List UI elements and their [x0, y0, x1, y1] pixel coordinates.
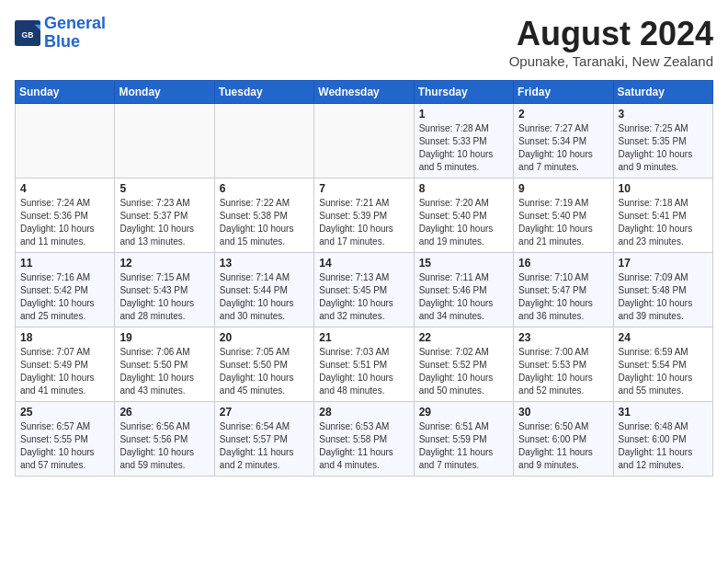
day-info: Sunrise: 7:15 AM Sunset: 5:43 PM Dayligh… — [119, 271, 209, 323]
day-info: Sunrise: 7:21 AM Sunset: 5:39 PM Dayligh… — [319, 197, 408, 248]
page-header: GB General Blue August 2024 Opunake, Tar… — [15, 15, 713, 69]
calendar-cell: 1Sunrise: 7:28 AM Sunset: 5:33 PM Daylig… — [414, 104, 513, 178]
calendar-week-row: 4Sunrise: 7:24 AM Sunset: 5:36 PM Daylig… — [16, 178, 713, 253]
day-info: Sunrise: 6:50 AM Sunset: 6:00 PM Dayligh… — [518, 420, 608, 472]
day-info: Sunrise: 7:02 AM Sunset: 5:52 PM Dayligh… — [419, 346, 508, 397]
day-info: Sunrise: 7:24 AM Sunset: 5:36 PM Dayligh… — [20, 197, 109, 248]
calendar-week-row: 11Sunrise: 7:16 AM Sunset: 5:42 PM Dayli… — [16, 253, 713, 327]
day-number: 29 — [419, 406, 508, 419]
day-number: 6 — [220, 182, 309, 195]
day-number: 3 — [619, 108, 708, 121]
calendar-cell: 31Sunrise: 6:48 AM Sunset: 6:00 PM Dayli… — [613, 402, 712, 477]
day-number: 20 — [220, 331, 309, 344]
calendar-week-row: 1Sunrise: 7:28 AM Sunset: 5:33 PM Daylig… — [16, 104, 713, 178]
day-info: Sunrise: 7:27 AM Sunset: 5:34 PM Dayligh… — [518, 122, 608, 174]
day-number: 25 — [20, 406, 109, 419]
day-info: Sunrise: 7:09 AM Sunset: 5:48 PM Dayligh… — [619, 271, 708, 323]
day-info: Sunrise: 7:14 AM Sunset: 5:44 PM Dayligh… — [220, 271, 309, 323]
day-number: 27 — [220, 406, 309, 419]
calendar-cell: 27Sunrise: 6:54 AM Sunset: 5:57 PM Dayli… — [214, 402, 313, 477]
calendar-cell: 9Sunrise: 7:19 AM Sunset: 5:40 PM Daylig… — [514, 178, 613, 253]
weekday-header-sunday: Sunday — [16, 81, 115, 104]
day-info: Sunrise: 7:28 AM Sunset: 5:33 PM Dayligh… — [419, 122, 508, 174]
day-info: Sunrise: 6:53 AM Sunset: 5:58 PM Dayligh… — [319, 420, 408, 472]
day-info: Sunrise: 6:57 AM Sunset: 5:55 PM Dayligh… — [20, 420, 109, 472]
calendar-header-row: SundayMondayTuesdayWednesdayThursdayFrid… — [16, 81, 713, 104]
day-number: 1 — [419, 108, 508, 121]
day-info: Sunrise: 7:00 AM Sunset: 5:53 PM Dayligh… — [518, 346, 608, 397]
day-info: Sunrise: 7:13 AM Sunset: 5:45 PM Dayligh… — [319, 271, 408, 323]
day-number: 9 — [518, 182, 608, 195]
day-number: 13 — [220, 257, 309, 270]
calendar-cell: 30Sunrise: 6:50 AM Sunset: 6:00 PM Dayli… — [514, 402, 613, 477]
weekday-header-monday: Monday — [115, 81, 214, 104]
calendar-cell: 21Sunrise: 7:03 AM Sunset: 5:51 PM Dayli… — [314, 327, 414, 402]
calendar-cell: 12Sunrise: 7:15 AM Sunset: 5:43 PM Dayli… — [115, 253, 214, 327]
day-info: Sunrise: 7:10 AM Sunset: 5:47 PM Dayligh… — [518, 271, 608, 323]
day-number: 7 — [319, 182, 408, 195]
calendar-cell: 13Sunrise: 7:14 AM Sunset: 5:44 PM Dayli… — [214, 253, 313, 327]
calendar-cell: 22Sunrise: 7:02 AM Sunset: 5:52 PM Dayli… — [414, 327, 513, 402]
day-info: Sunrise: 7:16 AM Sunset: 5:42 PM Dayligh… — [20, 271, 109, 323]
calendar-cell: 25Sunrise: 6:57 AM Sunset: 5:55 PM Dayli… — [16, 402, 115, 477]
day-info: Sunrise: 7:23 AM Sunset: 5:37 PM Dayligh… — [119, 197, 209, 248]
day-number: 4 — [20, 182, 109, 195]
day-number: 14 — [319, 257, 408, 270]
day-number: 12 — [119, 257, 209, 270]
day-info: Sunrise: 7:05 AM Sunset: 5:50 PM Dayligh… — [220, 346, 309, 397]
logo: GB General Blue — [15, 15, 106, 52]
day-number: 18 — [20, 331, 109, 344]
day-info: Sunrise: 7:19 AM Sunset: 5:40 PM Dayligh… — [518, 197, 608, 248]
calendar-cell: 15Sunrise: 7:11 AM Sunset: 5:46 PM Dayli… — [414, 253, 513, 327]
day-number: 17 — [619, 257, 708, 270]
calendar-cell: 16Sunrise: 7:10 AM Sunset: 5:47 PM Dayli… — [514, 253, 613, 327]
day-info: Sunrise: 6:54 AM Sunset: 5:57 PM Dayligh… — [220, 420, 309, 472]
calendar-cell: 8Sunrise: 7:20 AM Sunset: 5:40 PM Daylig… — [414, 178, 513, 253]
calendar-cell: 23Sunrise: 7:00 AM Sunset: 5:53 PM Dayli… — [514, 327, 613, 402]
day-info: Sunrise: 6:51 AM Sunset: 5:59 PM Dayligh… — [419, 420, 508, 472]
day-number: 11 — [20, 257, 109, 270]
logo-text: General Blue — [44, 15, 106, 52]
day-number: 8 — [419, 182, 508, 195]
day-number: 23 — [518, 331, 608, 344]
calendar-cell: 3Sunrise: 7:25 AM Sunset: 5:35 PM Daylig… — [613, 104, 712, 178]
calendar-cell: 5Sunrise: 7:23 AM Sunset: 5:37 PM Daylig… — [115, 178, 214, 253]
day-info: Sunrise: 6:48 AM Sunset: 6:00 PM Dayligh… — [619, 420, 708, 472]
day-info: Sunrise: 7:06 AM Sunset: 5:50 PM Dayligh… — [119, 346, 209, 397]
calendar-cell: 6Sunrise: 7:22 AM Sunset: 5:38 PM Daylig… — [214, 178, 313, 253]
calendar-cell: 24Sunrise: 6:59 AM Sunset: 5:54 PM Dayli… — [613, 327, 712, 402]
calendar-cell: 19Sunrise: 7:06 AM Sunset: 5:50 PM Dayli… — [115, 327, 214, 402]
day-info: Sunrise: 7:20 AM Sunset: 5:40 PM Dayligh… — [419, 197, 508, 248]
day-info: Sunrise: 7:03 AM Sunset: 5:51 PM Dayligh… — [319, 346, 408, 397]
day-number: 28 — [319, 406, 408, 419]
calendar-cell: 4Sunrise: 7:24 AM Sunset: 5:36 PM Daylig… — [16, 178, 115, 253]
day-number: 10 — [619, 182, 708, 195]
day-info: Sunrise: 7:25 AM Sunset: 5:35 PM Dayligh… — [619, 122, 708, 174]
calendar-week-row: 18Sunrise: 7:07 AM Sunset: 5:49 PM Dayli… — [16, 327, 713, 402]
logo-icon: GB — [15, 20, 40, 46]
calendar-cell — [16, 104, 115, 178]
day-info: Sunrise: 6:59 AM Sunset: 5:54 PM Dayligh… — [619, 346, 708, 397]
calendar-table: SundayMondayTuesdayWednesdayThursdayFrid… — [15, 80, 713, 477]
day-number: 22 — [419, 331, 508, 344]
calendar-cell — [214, 104, 313, 178]
calendar-week-row: 25Sunrise: 6:57 AM Sunset: 5:55 PM Dayli… — [16, 402, 713, 477]
day-number: 21 — [319, 331, 408, 344]
calendar-cell: 14Sunrise: 7:13 AM Sunset: 5:45 PM Dayli… — [314, 253, 414, 327]
day-number: 24 — [619, 331, 708, 344]
weekday-header-wednesday: Wednesday — [314, 81, 414, 104]
weekday-header-saturday: Saturday — [613, 81, 712, 104]
svg-text:GB: GB — [22, 29, 34, 39]
calendar-cell — [314, 104, 414, 178]
calendar-cell: 26Sunrise: 6:56 AM Sunset: 5:56 PM Dayli… — [115, 402, 214, 477]
calendar-cell: 10Sunrise: 7:18 AM Sunset: 5:41 PM Dayli… — [613, 178, 712, 253]
title-block: August 2024 Opunake, Taranaki, New Zeala… — [509, 15, 713, 69]
day-info: Sunrise: 7:11 AM Sunset: 5:46 PM Dayligh… — [419, 271, 508, 323]
day-number: 5 — [119, 182, 209, 195]
main-title: August 2024 — [509, 15, 713, 53]
day-info: Sunrise: 7:22 AM Sunset: 5:38 PM Dayligh… — [220, 197, 309, 248]
calendar-cell — [115, 104, 214, 178]
calendar-cell: 20Sunrise: 7:05 AM Sunset: 5:50 PM Dayli… — [214, 327, 313, 402]
day-number: 30 — [518, 406, 608, 419]
calendar-cell: 17Sunrise: 7:09 AM Sunset: 5:48 PM Dayli… — [613, 253, 712, 327]
